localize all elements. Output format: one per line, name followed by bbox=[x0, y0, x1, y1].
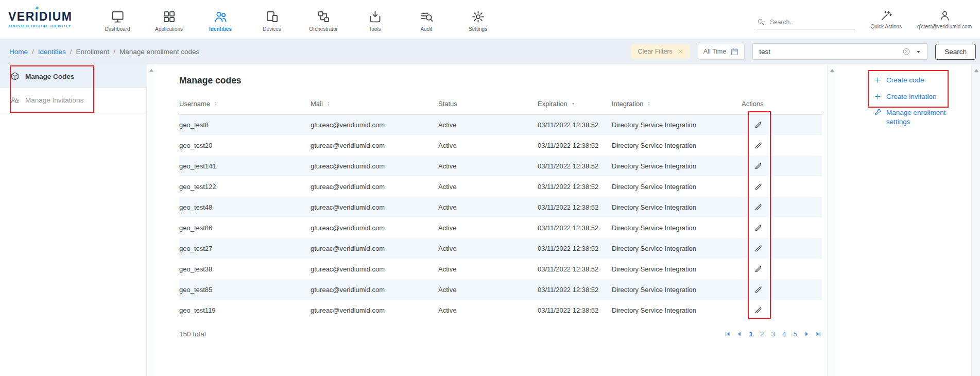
cell-expiration: 03/11/2022 12:38:52 bbox=[538, 300, 612, 320]
page-title: Manage codes bbox=[179, 75, 827, 86]
cube-icon bbox=[10, 72, 20, 81]
nav-item-identities[interactable]: Identities bbox=[195, 7, 246, 32]
table-row: geo_test122gtureac@veridiumid.comActive0… bbox=[179, 176, 822, 197]
cell-status: Active bbox=[438, 135, 538, 156]
veridium-logo[interactable]: VERIDIUM TRUSTED DIGITAL IDENTITY bbox=[8, 11, 85, 28]
sidebar-scrollbar[interactable] bbox=[146, 64, 156, 376]
cell-status: Active bbox=[438, 279, 538, 300]
nav-item-dashboard[interactable]: Dashboard bbox=[92, 7, 143, 32]
column-label: Username bbox=[179, 100, 210, 108]
column-header-expiration[interactable]: Expiration bbox=[538, 93, 612, 114]
cell-status: Active bbox=[438, 156, 538, 176]
user-menu[interactable]: q'ctest@veridiumid.com bbox=[917, 10, 972, 29]
breadcrumb-item-enrollment: Enrollment bbox=[76, 48, 110, 56]
time-range-filter[interactable]: All Time bbox=[698, 44, 745, 60]
scroll-up-arrow-icon[interactable] bbox=[974, 69, 978, 72]
main-scrollbar[interactable] bbox=[827, 64, 836, 376]
edit-pencil-icon[interactable] bbox=[754, 306, 763, 315]
nav-item-audit[interactable]: Audit bbox=[401, 7, 452, 32]
filter-search-input[interactable] bbox=[758, 47, 898, 56]
plus-icon bbox=[874, 93, 882, 100]
edit-pencil-icon[interactable] bbox=[754, 141, 763, 150]
pagination-last-button[interactable] bbox=[815, 331, 822, 337]
create-code-link[interactable]: Create code bbox=[874, 76, 957, 85]
manage-enrollment-settings-link[interactable]: Manage enrollment settings bbox=[874, 108, 957, 126]
quick-actions-label: Quick Actions bbox=[870, 24, 902, 29]
quick-actions-button[interactable]: Quick Actions bbox=[870, 10, 902, 29]
filter-search-box bbox=[752, 43, 927, 60]
cell-integration: Directory Service Integration bbox=[612, 156, 742, 176]
table-row: geo_test141gtureac@veridiumid.comActive0… bbox=[179, 156, 822, 176]
right-panel: Create codeCreate invitationManage enrol… bbox=[836, 64, 971, 376]
breadcrumb-item-identities[interactable]: Identities bbox=[38, 48, 66, 56]
page-scrollbar[interactable] bbox=[971, 64, 980, 376]
table-row: geo_test27gtureac@veridiumid.comActive03… bbox=[179, 238, 822, 259]
plus-icon bbox=[874, 76, 882, 84]
cell-actions bbox=[742, 176, 822, 197]
edit-pencil-icon[interactable] bbox=[754, 224, 763, 232]
nav-item-label: Devices bbox=[263, 26, 281, 32]
pagination-page-2[interactable]: 2 bbox=[759, 330, 765, 338]
edit-pencil-icon[interactable] bbox=[754, 162, 763, 170]
pagination: 12345 bbox=[724, 330, 822, 338]
sidebar-item-manage-invitations[interactable]: Manage Invitations bbox=[0, 88, 146, 112]
sidebar-item-label: Manage Codes bbox=[25, 73, 74, 80]
pagination-page-4[interactable]: 4 bbox=[781, 330, 787, 338]
global-search-input[interactable] bbox=[769, 18, 855, 26]
column-header-mail[interactable]: Mail bbox=[311, 93, 438, 114]
pagination-prev-button[interactable] bbox=[736, 331, 743, 337]
pagination-next-button[interactable] bbox=[803, 331, 810, 337]
edit-pencil-icon[interactable] bbox=[754, 203, 763, 212]
clear-filters-button[interactable]: Clear Filters bbox=[631, 44, 690, 59]
cell-actions bbox=[742, 197, 822, 217]
nav-item-label: Dashboard bbox=[105, 26, 130, 32]
cell-integration: Directory Service Integration bbox=[612, 114, 742, 135]
global-search[interactable] bbox=[757, 12, 855, 29]
nav-item-devices[interactable]: Devices bbox=[246, 7, 298, 32]
column-header-username[interactable]: Username bbox=[179, 93, 311, 114]
cell-mail: gtureac@veridiumid.com bbox=[311, 300, 438, 320]
search-button[interactable]: Search bbox=[935, 44, 976, 60]
content-area: Manage CodesManage Invitations Manage co… bbox=[0, 64, 980, 376]
cell-expiration: 03/11/2022 12:38:52 bbox=[538, 279, 612, 300]
scroll-up-arrow-icon[interactable] bbox=[149, 69, 153, 72]
column-header-integration[interactable]: Integration bbox=[612, 93, 742, 114]
cell-integration: Directory Service Integration bbox=[612, 300, 742, 320]
time-range-label: All Time bbox=[703, 48, 726, 55]
breadcrumb-separator: / bbox=[113, 48, 115, 56]
cell-expiration: 03/11/2022 12:38:52 bbox=[538, 135, 612, 156]
pagination-page-5[interactable]: 5 bbox=[792, 330, 798, 338]
breadcrumb-item-manage-enrollment-codes: Manage enrollment codes bbox=[119, 48, 199, 56]
nav-item-label: Orchestrator bbox=[309, 26, 338, 32]
breadcrumb-item-home[interactable]: Home bbox=[9, 48, 28, 56]
clear-filters-label: Clear Filters bbox=[638, 48, 672, 55]
chevron-down-icon[interactable] bbox=[915, 48, 922, 55]
wrench-icon bbox=[874, 109, 882, 116]
scroll-up-arrow-icon[interactable] bbox=[830, 69, 834, 72]
nav-item-orchestrator[interactable]: Orchestrator bbox=[298, 7, 349, 32]
pagination-page-3[interactable]: 3 bbox=[770, 330, 776, 338]
pagination-page-1[interactable]: 1 bbox=[748, 330, 754, 338]
cell-mail: gtureac@veridiumid.com bbox=[311, 279, 438, 300]
nav-item-applications[interactable]: Applications bbox=[143, 7, 195, 32]
breadcrumb-separator: / bbox=[32, 48, 34, 56]
edit-pencil-icon[interactable] bbox=[754, 265, 763, 274]
column-label: Actions bbox=[742, 100, 764, 108]
clear-search-icon[interactable] bbox=[902, 47, 910, 56]
identities-icon bbox=[214, 10, 228, 24]
nav-item-label: Tools bbox=[369, 26, 381, 32]
sidebar-item-manage-codes[interactable]: Manage Codes bbox=[0, 64, 146, 88]
cell-username: geo_test20 bbox=[179, 135, 311, 156]
breadcrumb: Home/Identities/Enrollment/Manage enroll… bbox=[9, 48, 199, 56]
edit-pencil-icon[interactable] bbox=[754, 244, 763, 253]
edit-pencil-icon[interactable] bbox=[754, 121, 763, 129]
column-label: Integration bbox=[612, 100, 643, 108]
main-panel: Manage codes UsernameMailStatusExpiratio… bbox=[155, 64, 827, 376]
pagination-first-button[interactable] bbox=[724, 331, 731, 337]
edit-pencil-icon[interactable] bbox=[754, 182, 763, 191]
nav-item-tools[interactable]: Tools bbox=[349, 7, 401, 32]
nav-item-settings[interactable]: Settings bbox=[452, 7, 504, 32]
edit-pencil-icon[interactable] bbox=[754, 285, 763, 294]
create-invitation-link[interactable]: Create invitation bbox=[874, 92, 957, 101]
column-label: Status bbox=[438, 100, 457, 108]
